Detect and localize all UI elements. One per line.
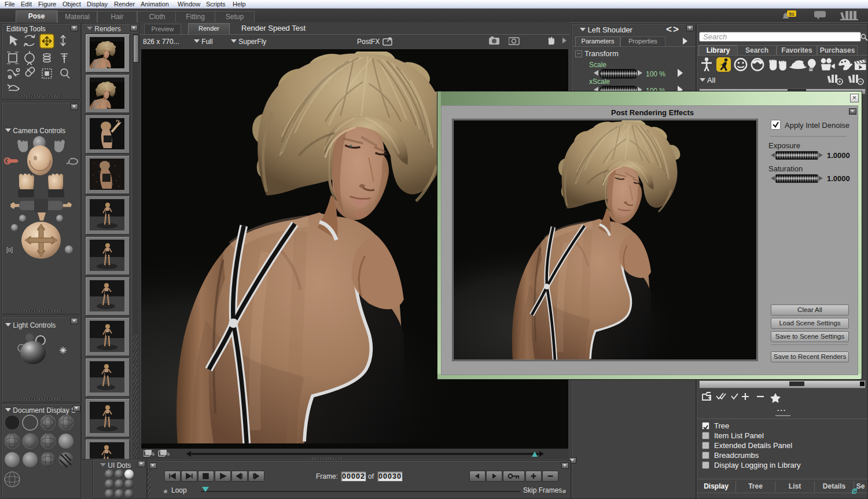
svg-text:51: 51 <box>789 12 795 17</box>
svg-text:[o]: [o] <box>6 247 13 253</box>
